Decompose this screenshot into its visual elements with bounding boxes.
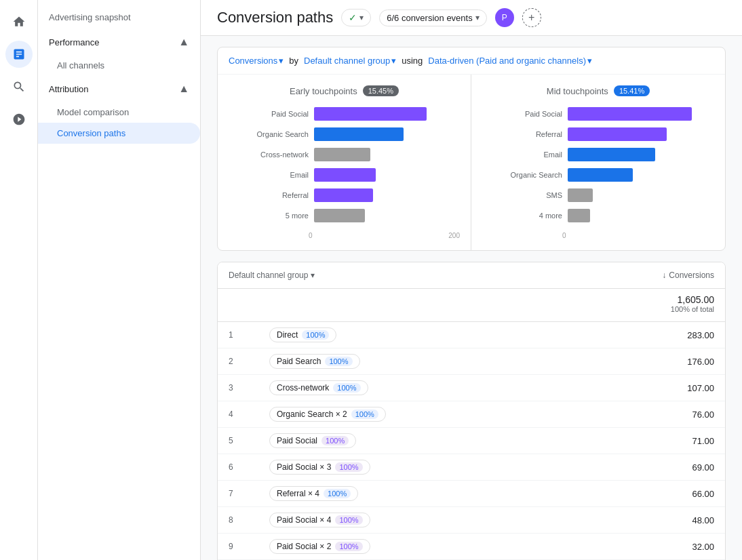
nav-search-icon[interactable] <box>5 73 33 100</box>
charts-container: Early touchpoints 15.45% Paid Social Org… <box>218 75 725 250</box>
bar-label: Referral <box>488 130 562 138</box>
nav-circle-icon[interactable] <box>5 106 33 133</box>
conversions-filter[interactable]: Conversions ▾ <box>229 56 284 66</box>
bar-track <box>568 209 709 222</box>
status-badge[interactable]: ✓ ▾ <box>341 9 371 26</box>
channel-name: Paid Social × 4 <box>277 515 331 525</box>
sidebar-performance-header[interactable]: Performance ▲ <box>38 29 200 55</box>
row-channel: Organic Search × 2 100% <box>269 407 579 422</box>
bar-track <box>568 188 709 202</box>
bar-row: 5 more <box>234 209 454 222</box>
main-content: Conversion paths ✓ ▾ 6/6 conversion even… <box>201 0 742 560</box>
nav-analytics-icon[interactable] <box>5 41 33 68</box>
bar-row: Referral <box>488 127 709 141</box>
table-header-row: Default channel group ▾ ↓ Conversions <box>218 262 725 289</box>
bar-track <box>314 107 454 121</box>
sidebar-item-model-comparison[interactable]: Model comparison <box>38 102 200 123</box>
sidebar-item-all-channels[interactable]: All channels <box>38 55 200 76</box>
channel-name: Referral × 4 <box>277 489 319 498</box>
bar-label: 5 more <box>234 212 309 220</box>
channel-name: Paid Social × 3 <box>277 462 331 472</box>
avatar-button[interactable]: P <box>495 8 514 27</box>
bar-track <box>314 148 454 161</box>
table-row[interactable]: 6 Paid Social × 3 100% 69.00 <box>218 454 725 481</box>
row-channel: Paid Social 100% <box>269 433 579 448</box>
row-value: 66.00 <box>579 489 714 499</box>
sidebar-attribution-header[interactable]: Attribution ▲ <box>38 76 200 102</box>
sidebar-advertising[interactable]: Advertising snapshot <box>38 5 200 29</box>
row-value: 32.00 <box>579 542 714 552</box>
channel-name: Cross-network <box>277 383 329 393</box>
row-number: 9 <box>229 542 269 551</box>
row-channel: Referral × 4 100% <box>269 486 579 501</box>
row-number: 1 <box>229 330 269 340</box>
nav-home-icon[interactable] <box>5 8 33 35</box>
early-touchpoints-panel: Early touchpoints 15.45% Paid Social Org… <box>218 75 471 250</box>
table-row[interactable]: 7 Referral × 4 100% 66.00 <box>218 481 725 507</box>
row-number: 3 <box>229 383 269 393</box>
table-row[interactable]: 5 Paid Social 100% 71.00 <box>218 428 725 454</box>
channel-group-header[interactable]: Default channel group ▾ <box>229 271 579 280</box>
bar <box>314 168 376 182</box>
row-number: 5 <box>229 436 269 445</box>
channel-name: Direct <box>277 330 298 340</box>
pct-badge: 100% <box>335 515 362 525</box>
bar-row: 4 more <box>488 209 709 222</box>
channel-name: Organic Search × 2 <box>277 409 347 419</box>
bar-track <box>568 148 709 161</box>
bar-label: Paid Social <box>488 110 562 118</box>
table-row[interactable]: 9 Paid Social × 2 100% 32.00 <box>218 534 725 560</box>
pct-badge: 100% <box>321 436 349 445</box>
row-number: 7 <box>229 489 269 498</box>
bar-track <box>568 127 709 141</box>
check-icon: ✓ <box>349 12 357 23</box>
model-filter[interactable]: Data-driven (Paid and organic channels) … <box>428 56 592 66</box>
channel-tag: Referral × 4 100% <box>269 486 358 501</box>
nav-strip <box>0 0 38 560</box>
channel-tag: Paid Social × 2 100% <box>269 539 370 554</box>
row-channel: Paid Search 100% <box>269 354 579 369</box>
col1-dropdown-arrow: ▾ <box>311 271 315 280</box>
row-number: 8 <box>229 515 269 525</box>
bar-label: Paid Social <box>234 110 309 118</box>
total-value: 1,605.00 <box>579 294 714 305</box>
conversion-events-button[interactable]: 6/6 conversion events ▾ <box>379 9 486 26</box>
table-section: Default channel group ▾ ↓ Conversions 1,… <box>217 262 726 560</box>
table-row[interactable]: 8 Paid Social × 4 100% 48.00 <box>218 507 725 534</box>
table-row[interactable]: 4 Organic Search × 2 100% 76.00 <box>218 401 725 428</box>
table-row[interactable]: 3 Cross-network 100% 107.00 <box>218 375 725 401</box>
row-number: 2 <box>229 357 269 366</box>
row-value: 69.00 <box>579 462 714 473</box>
bar-row: SMS <box>488 188 709 202</box>
bar <box>568 127 667 141</box>
chart-filters: Conversions ▾ by Default channel group ▾… <box>218 47 725 75</box>
mid-touchpoints-pct: 15.41% <box>614 85 650 96</box>
sidebar: Advertising snapshot Performance ▲ All c… <box>38 0 201 560</box>
pct-badge: 100% <box>324 489 351 498</box>
table-row[interactable]: 2 Paid Search 100% 176.00 <box>218 348 725 375</box>
bar-label: SMS <box>488 191 562 199</box>
channel-group-filter[interactable]: Default channel group ▾ <box>304 56 396 66</box>
pct-badge: 100% <box>302 330 329 340</box>
mid-touchpoints-label: Mid touchpoints <box>547 86 608 96</box>
bar-track <box>314 127 454 141</box>
conversions-header[interactable]: ↓ Conversions <box>579 271 714 280</box>
bar <box>314 188 373 202</box>
mid-touchpoints-header: Mid touchpoints 15.41% <box>482 85 714 96</box>
conversion-dropdown-arrow: ▾ <box>475 13 480 22</box>
bar <box>568 107 692 121</box>
bar-label: Organic Search <box>488 171 562 179</box>
channel-name: Paid Social <box>277 436 317 445</box>
table-row[interactable]: 1 Direct 100% 283.00 <box>218 322 725 348</box>
early-touchpoints-label: Early touchpoints <box>290 86 357 96</box>
bar-label: Referral <box>234 191 309 199</box>
mid-x-axis: 0 <box>562 229 714 239</box>
total-pct: 100% of total <box>579 305 714 313</box>
sidebar-item-conversion-paths[interactable]: Conversion paths <box>38 123 200 144</box>
bar <box>568 168 633 182</box>
mid-bar-chart: Paid Social Referral Email Organic Searc… <box>482 107 714 222</box>
row-number: 4 <box>229 409 269 419</box>
add-button[interactable]: + <box>522 8 541 27</box>
bar <box>314 127 404 141</box>
early-bar-chart: Paid Social Organic Search Cross-network… <box>229 107 460 222</box>
